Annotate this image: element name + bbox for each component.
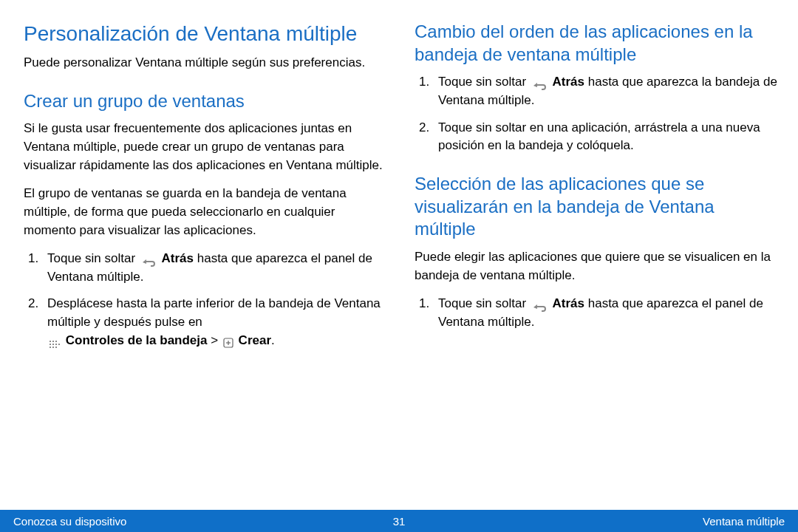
step-text: Toque sin soltar: [47, 251, 139, 265]
step-text: Toque sin soltar: [438, 296, 530, 310]
sub-heading-change-order: Cambio del orden de las aplicaciones en …: [415, 21, 779, 66]
svg-point-6: [58, 344, 60, 345]
two-column-layout: Personalización de Ventana múltiple Pued…: [24, 21, 779, 358]
steps-list: Toque sin soltar Atrás hasta que aparezc…: [24, 250, 388, 349]
svg-point-0: [50, 341, 51, 342]
step-item: Toque sin soltar Atrás hasta que aparezc…: [419, 73, 779, 109]
create-label: Crear: [239, 333, 271, 347]
manual-page: Personalización de Ventana múltiple Pued…: [0, 0, 798, 532]
intro-paragraph: Puede personalizar Ventana múltiple segú…: [24, 54, 388, 72]
step-text: Toque sin soltar: [438, 75, 530, 89]
paragraph: Puede elegir las aplicaciones que quiere…: [415, 248, 779, 284]
step-item: Toque sin soltar Atrás hasta que aparezc…: [419, 295, 779, 331]
footer-left: Conozca su dispositivo: [13, 515, 126, 528]
tray-controls-label: Controles de la bandeja: [66, 333, 208, 347]
create-icon: [223, 335, 233, 346]
right-column: Cambio del orden de las aplicaciones en …: [415, 21, 779, 358]
svg-point-5: [55, 344, 57, 345]
page-footer: Conozca su dispositivo 31 Ventana múltip…: [0, 510, 798, 532]
footer-right: Ventana múltiple: [703, 515, 785, 528]
step-item: Toque sin soltar Atrás hasta que aparezc…: [28, 250, 388, 286]
step-item: Toque sin soltar en una aplicación, arrá…: [419, 119, 779, 155]
step-text: Toque sin soltar en una aplicación, arrá…: [438, 120, 760, 153]
paragraph: Si le gusta usar frecuentemente dos apli…: [24, 120, 388, 174]
page-number: 31: [393, 515, 406, 528]
tray-controls-icon: [49, 336, 61, 345]
paragraph: El grupo de ventanas se guarda en la ban…: [24, 185, 388, 239]
steps-list: Toque sin soltar Atrás hasta que aparezc…: [415, 295, 779, 331]
svg-point-2: [55, 341, 57, 342]
back-label: Atrás: [553, 296, 584, 310]
back-icon: [531, 299, 548, 310]
sub-heading-create-group: Crear un grupo de ventanas: [24, 90, 388, 113]
back-icon: [531, 77, 548, 89]
step-separator: >: [208, 333, 222, 347]
main-heading: Personalización de Ventana múltiple: [24, 21, 388, 47]
step-text: Desplácese hasta la parte inferior de la…: [47, 296, 381, 329]
svg-point-3: [50, 344, 51, 345]
step-text: .: [271, 333, 275, 347]
svg-point-9: [55, 347, 57, 348]
svg-point-8: [52, 347, 54, 348]
back-label: Atrás: [162, 251, 194, 265]
sub-heading-select-apps: Selección de las aplicaciones que se vis…: [415, 173, 779, 241]
steps-list: Toque sin soltar Atrás hasta que aparezc…: [415, 73, 779, 155]
svg-point-4: [52, 344, 54, 345]
svg-point-1: [52, 341, 54, 342]
back-icon: [140, 253, 157, 265]
step-item: Desplácese hasta la parte inferior de la…: [28, 295, 388, 349]
svg-point-7: [50, 347, 51, 348]
back-label: Atrás: [553, 75, 584, 89]
left-column: Personalización de Ventana múltiple Pued…: [24, 21, 388, 358]
